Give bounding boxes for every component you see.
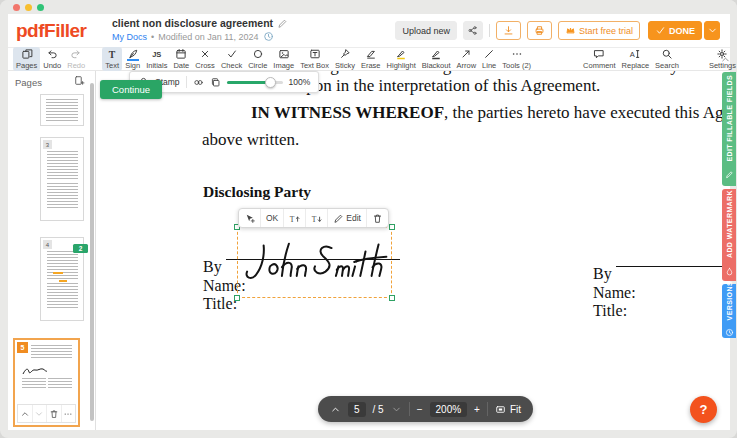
thumbnail-signature-mark [22, 366, 48, 376]
share-button[interactable] [463, 21, 483, 40]
document-canvas: headings used in this Agreement are for … [96, 71, 730, 430]
thumbnail-controls [17, 404, 76, 423]
page-navigation-bar: 5 / 5 − 200% + Fit [318, 396, 533, 422]
modified-date: Modified on Jan 11, 2024 [158, 32, 258, 42]
continue-button[interactable]: Continue [100, 80, 162, 99]
initials-icon: JS [151, 48, 163, 60]
tool-undo-button[interactable]: Undo [40, 47, 64, 71]
page-thumbnail-5[interactable]: 5 [13, 338, 80, 427]
sidebar-scrollbar[interactable] [90, 83, 94, 421]
zoom-out-button[interactable]: − [417, 404, 423, 415]
print-button[interactable] [527, 21, 552, 40]
tab-edit-fillable-fields[interactable]: EDIT FILLABLE FIELDS [722, 72, 736, 186]
tool-erase-button[interactable]: Erase [358, 47, 384, 71]
breadcrumb[interactable]: My Docs [112, 32, 147, 42]
close-window-button[interactable] [13, 4, 20, 11]
tool-cross-button[interactable]: Cross [192, 47, 218, 71]
help-button[interactable]: ? [690, 396, 717, 423]
page-thumbnail[interactable] [40, 94, 84, 126]
resize-handle-top-right[interactable] [389, 224, 395, 230]
link-icon[interactable] [193, 77, 204, 88]
delete-page-button[interactable] [46, 405, 61, 422]
tool-date-button[interactable]: Date [170, 47, 192, 71]
tool-blackout-button[interactable]: Blackout [419, 47, 454, 71]
title-label-left: Title: [203, 295, 237, 313]
tool-comment-button[interactable]: Comment [580, 47, 619, 71]
start-free-trial-button[interactable]: Start free trial [558, 21, 640, 40]
redo-icon [70, 48, 82, 60]
slider-knob[interactable] [265, 77, 276, 88]
tool-replace-button[interactable]: AReplace [619, 47, 653, 71]
resize-handle-bottom-right[interactable] [389, 295, 395, 301]
move-page-up-button[interactable] [18, 405, 32, 422]
tool-redo-button: Redo [64, 47, 88, 71]
move-signature-button[interactable] [239, 209, 260, 227]
share-icon [467, 25, 478, 36]
tool-initials-button[interactable]: JSInitials [143, 47, 170, 71]
collapse-panel-icon[interactable] [720, 54, 731, 65]
font-increase-button[interactable]: T [283, 209, 305, 227]
move-cursor-icon [244, 213, 255, 224]
comment-icon [593, 48, 605, 60]
next-page-icon[interactable] [391, 404, 402, 415]
add-page-icon[interactable] [74, 75, 85, 86]
download-button[interactable] [496, 21, 521, 40]
page-more-options-button[interactable] [61, 405, 76, 422]
svg-text:T: T [312, 214, 317, 223]
done-dropdown-button[interactable] [704, 21, 720, 40]
clock-icon [725, 323, 734, 341]
font-decrease-button[interactable]: T [305, 209, 327, 227]
fit-icon [495, 404, 506, 415]
tool-textbox-button[interactable]: Text Box [297, 47, 332, 71]
previous-page-icon[interactable] [330, 404, 341, 415]
fit-button[interactable]: Fit [495, 404, 521, 415]
tool-tools-button[interactable]: Tools (2) [499, 47, 534, 71]
tool-sign-button[interactable]: Sign [122, 47, 143, 71]
image-icon [278, 48, 290, 60]
tab-versions[interactable]: VERSIONS [722, 284, 736, 338]
current-page-input[interactable]: 5 [348, 402, 366, 417]
tool-circle-button[interactable]: Circle [245, 47, 270, 71]
move-page-down-button[interactable] [32, 405, 47, 422]
check-icon [226, 48, 238, 60]
title-label-right: Title: [593, 302, 627, 320]
download-icon [503, 25, 514, 36]
document-title: client non disclosure agreement [112, 17, 273, 29]
undo-icon [46, 48, 58, 60]
edit-title-icon[interactable] [277, 18, 288, 29]
maximize-window-button[interactable] [37, 4, 44, 11]
page-count: / 5 [373, 404, 384, 415]
zoom-level[interactable]: 200% [430, 402, 468, 417]
pages-sidebar: Pages 3 4 25 [8, 71, 96, 430]
tool-arrow-button[interactable]: Arrow [454, 47, 480, 71]
copy-icon[interactable] [210, 77, 221, 88]
tool-image-button[interactable]: Image [270, 47, 297, 71]
zoom-slider[interactable] [227, 76, 283, 88]
by-signature-line-right[interactable] [616, 266, 730, 267]
zoom-in-button[interactable]: + [474, 404, 480, 415]
witness-whereof-rest: , the parties hereto have executed this … [444, 103, 730, 122]
page-thumbnail-3[interactable]: 3 [40, 137, 84, 221]
tool-check-button[interactable]: Check [218, 47, 245, 71]
upload-new-button[interactable]: Upload new [395, 21, 457, 40]
clock-icon [263, 31, 274, 42]
edit-signature-button[interactable]: Edit [327, 209, 366, 227]
done-button[interactable]: DONE [648, 21, 702, 40]
tool-search-button[interactable]: Search [652, 47, 682, 71]
tool-line-button[interactable]: Line [479, 47, 499, 71]
signature-ok-button[interactable]: OK [260, 209, 283, 227]
tool-pages-button[interactable]: Pages [13, 47, 40, 71]
page-thumbnail-4[interactable]: 4 2 [40, 237, 84, 321]
resize-handle-bottom-left[interactable] [234, 295, 240, 301]
erase-icon [365, 48, 377, 60]
tab-add-watermark[interactable]: ADD WATERMARK [722, 189, 736, 281]
signature-selection-box[interactable] [237, 227, 392, 298]
minimize-window-button[interactable] [25, 4, 32, 11]
highlight-icon [395, 48, 407, 60]
tool-text-button[interactable]: TText [102, 47, 122, 71]
page-number-badge: 4 [43, 240, 52, 249]
tool-highlight-button[interactable]: Highlight [384, 47, 419, 71]
by-label-right: By [593, 265, 612, 283]
delete-signature-button[interactable] [366, 209, 388, 227]
tool-sticky-button[interactable]: Sticky [332, 47, 358, 71]
